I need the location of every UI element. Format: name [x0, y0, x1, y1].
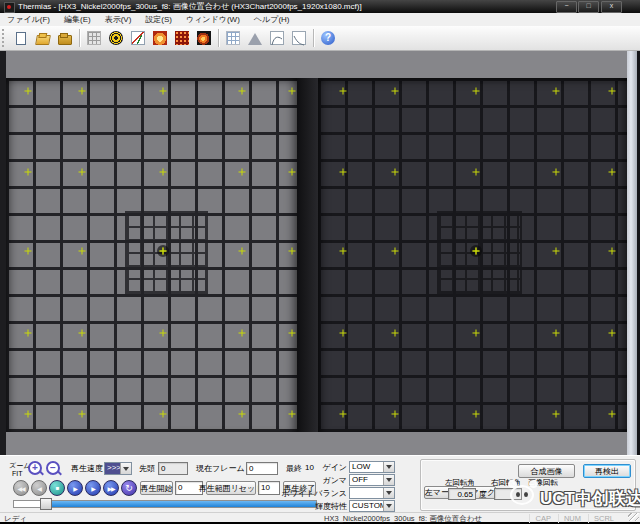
- chevron-down-icon: [383, 501, 394, 511]
- target-icon[interactable]: [105, 28, 127, 49]
- title-bar[interactable]: Thermias - [HX3_Nickel2000fps_300us_f8: …: [0, 0, 640, 13]
- save-folder-icon[interactable]: [54, 28, 76, 49]
- calibration-cross-marker: [608, 329, 615, 336]
- luminance-select[interactable]: CUSTOM: [349, 500, 395, 512]
- calibration-cross-marker: [78, 88, 85, 95]
- calibration-cross-marker: [472, 248, 479, 255]
- menu-view[interactable]: 表示(V): [98, 13, 139, 26]
- calibration-cross-marker: [24, 88, 31, 95]
- menu-window[interactable]: ウィンドウ(W): [179, 13, 247, 26]
- white-balance-label: ホワイトバランス: [270, 489, 347, 498]
- head-frame-label: 先頭: [139, 464, 155, 473]
- num-lock-indicator: NUM: [558, 514, 581, 523]
- menu-file[interactable]: ファイル(F): [0, 13, 57, 26]
- composite-image-button[interactable]: 合成画像: [518, 464, 575, 478]
- zoom-fit-label: FIT: [12, 469, 23, 478]
- rewind-start-button[interactable]: ◀◀: [13, 480, 29, 496]
- menu-edit[interactable]: 編集(E): [57, 13, 98, 26]
- calibration-cross-marker: [552, 248, 559, 255]
- new-document-icon[interactable]: [10, 28, 32, 49]
- toolbar-separator: [313, 29, 314, 47]
- toolbar: [0, 26, 640, 51]
- calibration-cross-marker: [288, 411, 295, 418]
- scroll-lock-indicator: SCRL: [588, 514, 614, 523]
- resize-grip[interactable]: [628, 513, 639, 521]
- right-rotation-label: 右回転角: [491, 478, 521, 487]
- viewer-center-gap: [297, 78, 318, 432]
- calibration-cross-marker: [288, 248, 295, 255]
- line-chart-icon[interactable]: [127, 28, 149, 49]
- calibration-cross-marker: [238, 168, 245, 175]
- calibration-cross-marker: [472, 88, 479, 95]
- frame-slider-handle[interactable]: [40, 498, 52, 510]
- left-rotation-label: 左回転角: [445, 478, 475, 487]
- menu-help[interactable]: ヘルプ(H): [247, 13, 297, 26]
- app-icon: [4, 2, 15, 13]
- fast-forward-button[interactable]: ▶▶: [103, 480, 119, 496]
- redetect-button[interactable]: 再検出: [583, 464, 631, 478]
- status-bar: レディ HX3_Nickel2000fps_300us_f8: 画像位置合わせ …: [0, 512, 640, 522]
- step-forward-button[interactable]: ▶: [85, 480, 101, 496]
- grid-blue-icon[interactable]: [222, 28, 244, 49]
- calibration-cross-marker: [160, 411, 167, 418]
- right-rotation-field[interactable]: [494, 488, 522, 500]
- play-start-button[interactable]: 再生開始: [140, 481, 173, 495]
- step-back-button[interactable]: ◀: [31, 480, 47, 496]
- help-icon[interactable]: [317, 28, 339, 49]
- calibration-cross-marker: [392, 329, 399, 336]
- grid-disabled-icon[interactable]: [83, 28, 105, 49]
- calibration-cross-marker: [339, 411, 346, 418]
- calibration-cross-marker: [24, 168, 31, 175]
- status-key-indicators: CAP NUM SCRL: [529, 514, 614, 523]
- right-chart-image[interactable]: [318, 78, 627, 432]
- gamma-label: ガンマ: [270, 476, 347, 485]
- left-rotation-field[interactable]: 0.65: [448, 488, 476, 500]
- play-button[interactable]: ▶: [67, 480, 83, 496]
- image-rotation-label: 画像回転: [528, 478, 558, 487]
- stop-button[interactable]: ■: [49, 480, 65, 496]
- loop-button[interactable]: ↻: [121, 480, 137, 496]
- calibration-cross-marker: [608, 411, 615, 418]
- thermal-pattern-icon[interactable]: [171, 28, 193, 49]
- viewer-scrollbar-strip[interactable]: [627, 51, 637, 455]
- menu-bar: ファイル(F) 編集(E) 表示(V) 設定(S) ウィンドウ(W) ヘルプ(H…: [0, 13, 640, 27]
- gain-label: ゲイン: [270, 463, 347, 472]
- calibration-cross-marker: [160, 248, 167, 255]
- gamma-select[interactable]: OFF: [349, 474, 395, 486]
- left-chart-image[interactable]: [6, 78, 297, 432]
- menu-settings[interactable]: 設定(S): [138, 13, 179, 26]
- calibration-cross-marker: [238, 248, 245, 255]
- toolbar-separator: [218, 29, 219, 47]
- calibration-cross-marker: [160, 88, 167, 95]
- maximize-button[interactable]: □: [578, 1, 599, 13]
- gain-select[interactable]: LOW: [349, 461, 395, 473]
- close-button[interactable]: x: [601, 1, 622, 13]
- white-balance-select[interactable]: [349, 487, 395, 499]
- calibration-cross-marker: [608, 168, 615, 175]
- calibration-cross-marker: [472, 411, 479, 418]
- minimize-button[interactable]: −: [556, 1, 577, 13]
- speed-label: 再生速度: [71, 464, 103, 473]
- calibration-cross-marker: [288, 88, 295, 95]
- calibration-cross-marker: [339, 88, 346, 95]
- status-ready-text: レディ: [4, 514, 27, 524]
- open-folder-icon[interactable]: [32, 28, 54, 49]
- histogram-icon[interactable]: [244, 28, 266, 49]
- thermal-blob-icon[interactable]: [193, 28, 215, 49]
- window-title: Thermias - [HX3_Nickel2000fps_300us_f8: …: [18, 0, 362, 13]
- calibration-cross-marker: [24, 411, 31, 418]
- luminance-label: 輝度特性: [270, 502, 347, 511]
- zoom-in-icon[interactable]: [28, 461, 42, 475]
- zoom-out-icon[interactable]: [46, 461, 60, 475]
- curve-down-icon[interactable]: [288, 28, 310, 49]
- curve-up-icon[interactable]: [266, 28, 288, 49]
- status-message: HX3_Nickel2000fps_300us_f8: 画像位置合わせ: [324, 514, 482, 524]
- control-panel: ズーム FIT 再生速度 >>> 先頭 0 現在フレーム 0 最終 10 ◀◀ …: [0, 455, 640, 512]
- calibration-cross-marker: [392, 248, 399, 255]
- range-reset-button[interactable]: 再生範囲リセット: [206, 481, 256, 495]
- calibration-cross-marker: [608, 248, 615, 255]
- calibration-cross-marker: [339, 248, 346, 255]
- calibration-cross-marker: [78, 329, 85, 336]
- thermal-image-icon[interactable]: [149, 28, 171, 49]
- speed-select[interactable]: >>>: [104, 462, 132, 475]
